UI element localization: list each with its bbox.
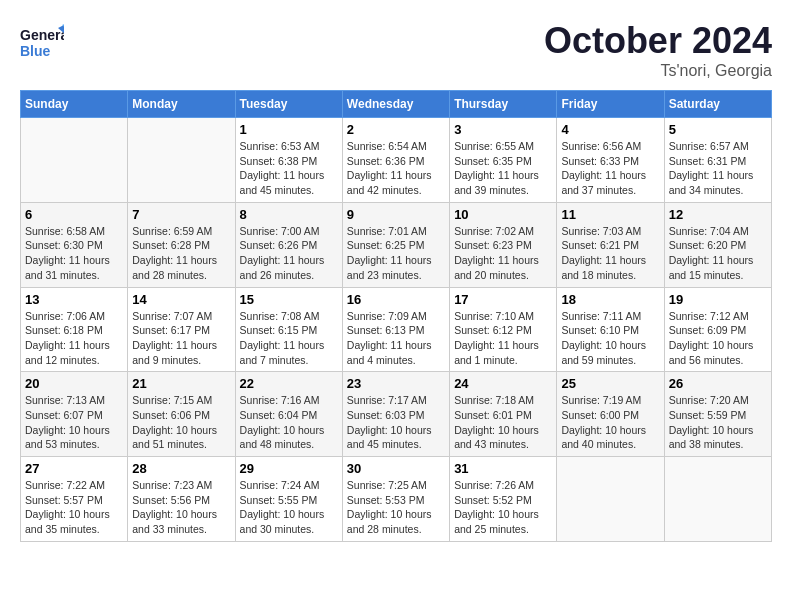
calendar-cell: 17Sunrise: 7:10 AMSunset: 6:12 PMDayligh… <box>450 287 557 372</box>
day-info: Sunrise: 7:10 AMSunset: 6:12 PMDaylight:… <box>454 309 552 368</box>
day-info: Sunrise: 7:11 AMSunset: 6:10 PMDaylight:… <box>561 309 659 368</box>
day-number: 27 <box>25 461 123 476</box>
day-number: 10 <box>454 207 552 222</box>
month-title: October 2024 Ts'nori, Georgia <box>544 20 772 80</box>
day-number: 7 <box>132 207 230 222</box>
calendar-table: SundayMondayTuesdayWednesdayThursdayFrid… <box>20 90 772 542</box>
day-number: 8 <box>240 207 338 222</box>
day-info: Sunrise: 7:12 AMSunset: 6:09 PMDaylight:… <box>669 309 767 368</box>
day-header-friday: Friday <box>557 91 664 118</box>
calendar-cell: 22Sunrise: 7:16 AMSunset: 6:04 PMDayligh… <box>235 372 342 457</box>
day-number: 4 <box>561 122 659 137</box>
days-header-row: SundayMondayTuesdayWednesdayThursdayFrid… <box>21 91 772 118</box>
calendar-cell: 7Sunrise: 6:59 AMSunset: 6:28 PMDaylight… <box>128 202 235 287</box>
calendar-cell: 18Sunrise: 7:11 AMSunset: 6:10 PMDayligh… <box>557 287 664 372</box>
calendar-cell: 14Sunrise: 7:07 AMSunset: 6:17 PMDayligh… <box>128 287 235 372</box>
calendar-cell: 2Sunrise: 6:54 AMSunset: 6:36 PMDaylight… <box>342 118 449 203</box>
location: Ts'nori, Georgia <box>544 62 772 80</box>
day-info: Sunrise: 7:18 AMSunset: 6:01 PMDaylight:… <box>454 393 552 452</box>
calendar-cell: 11Sunrise: 7:03 AMSunset: 6:21 PMDayligh… <box>557 202 664 287</box>
calendar-cell <box>557 457 664 542</box>
calendar-cell: 27Sunrise: 7:22 AMSunset: 5:57 PMDayligh… <box>21 457 128 542</box>
week-row-1: 1Sunrise: 6:53 AMSunset: 6:38 PMDaylight… <box>21 118 772 203</box>
calendar-cell: 21Sunrise: 7:15 AMSunset: 6:06 PMDayligh… <box>128 372 235 457</box>
day-info: Sunrise: 7:09 AMSunset: 6:13 PMDaylight:… <box>347 309 445 368</box>
calendar-cell: 29Sunrise: 7:24 AMSunset: 5:55 PMDayligh… <box>235 457 342 542</box>
calendar-cell: 26Sunrise: 7:20 AMSunset: 5:59 PMDayligh… <box>664 372 771 457</box>
svg-text:General: General <box>20 27 64 43</box>
day-number: 11 <box>561 207 659 222</box>
day-header-saturday: Saturday <box>664 91 771 118</box>
day-number: 3 <box>454 122 552 137</box>
day-number: 28 <box>132 461 230 476</box>
calendar-cell: 30Sunrise: 7:25 AMSunset: 5:53 PMDayligh… <box>342 457 449 542</box>
day-number: 15 <box>240 292 338 307</box>
day-number: 14 <box>132 292 230 307</box>
calendar-cell: 24Sunrise: 7:18 AMSunset: 6:01 PMDayligh… <box>450 372 557 457</box>
day-number: 18 <box>561 292 659 307</box>
day-info: Sunrise: 7:08 AMSunset: 6:15 PMDaylight:… <box>240 309 338 368</box>
calendar-cell: 5Sunrise: 6:57 AMSunset: 6:31 PMDaylight… <box>664 118 771 203</box>
calendar-cell: 15Sunrise: 7:08 AMSunset: 6:15 PMDayligh… <box>235 287 342 372</box>
calendar-cell: 9Sunrise: 7:01 AMSunset: 6:25 PMDaylight… <box>342 202 449 287</box>
calendar-cell: 4Sunrise: 6:56 AMSunset: 6:33 PMDaylight… <box>557 118 664 203</box>
day-number: 6 <box>25 207 123 222</box>
day-info: Sunrise: 7:01 AMSunset: 6:25 PMDaylight:… <box>347 224 445 283</box>
day-number: 21 <box>132 376 230 391</box>
day-number: 12 <box>669 207 767 222</box>
day-info: Sunrise: 7:00 AMSunset: 6:26 PMDaylight:… <box>240 224 338 283</box>
day-number: 13 <box>25 292 123 307</box>
day-number: 24 <box>454 376 552 391</box>
calendar-cell: 3Sunrise: 6:55 AMSunset: 6:35 PMDaylight… <box>450 118 557 203</box>
day-info: Sunrise: 7:25 AMSunset: 5:53 PMDaylight:… <box>347 478 445 537</box>
day-info: Sunrise: 7:06 AMSunset: 6:18 PMDaylight:… <box>25 309 123 368</box>
day-info: Sunrise: 6:59 AMSunset: 6:28 PMDaylight:… <box>132 224 230 283</box>
day-info: Sunrise: 7:23 AMSunset: 5:56 PMDaylight:… <box>132 478 230 537</box>
day-number: 1 <box>240 122 338 137</box>
day-info: Sunrise: 7:03 AMSunset: 6:21 PMDaylight:… <box>561 224 659 283</box>
month-year: October 2024 <box>544 20 772 62</box>
day-header-thursday: Thursday <box>450 91 557 118</box>
calendar-cell: 25Sunrise: 7:19 AMSunset: 6:00 PMDayligh… <box>557 372 664 457</box>
day-info: Sunrise: 7:13 AMSunset: 6:07 PMDaylight:… <box>25 393 123 452</box>
week-row-5: 27Sunrise: 7:22 AMSunset: 5:57 PMDayligh… <box>21 457 772 542</box>
calendar-cell: 10Sunrise: 7:02 AMSunset: 6:23 PMDayligh… <box>450 202 557 287</box>
day-info: Sunrise: 7:16 AMSunset: 6:04 PMDaylight:… <box>240 393 338 452</box>
day-info: Sunrise: 6:55 AMSunset: 6:35 PMDaylight:… <box>454 139 552 198</box>
day-info: Sunrise: 7:26 AMSunset: 5:52 PMDaylight:… <box>454 478 552 537</box>
day-number: 30 <box>347 461 445 476</box>
day-number: 20 <box>25 376 123 391</box>
calendar-cell: 23Sunrise: 7:17 AMSunset: 6:03 PMDayligh… <box>342 372 449 457</box>
day-info: Sunrise: 7:24 AMSunset: 5:55 PMDaylight:… <box>240 478 338 537</box>
day-info: Sunrise: 7:19 AMSunset: 6:00 PMDaylight:… <box>561 393 659 452</box>
logo: General Blue <box>20 20 64 64</box>
page-header: General Blue October 2024 Ts'nori, Georg… <box>20 20 772 80</box>
day-number: 17 <box>454 292 552 307</box>
calendar-cell: 20Sunrise: 7:13 AMSunset: 6:07 PMDayligh… <box>21 372 128 457</box>
calendar-cell: 13Sunrise: 7:06 AMSunset: 6:18 PMDayligh… <box>21 287 128 372</box>
day-number: 25 <box>561 376 659 391</box>
day-number: 29 <box>240 461 338 476</box>
svg-text:Blue: Blue <box>20 43 51 59</box>
day-number: 9 <box>347 207 445 222</box>
day-number: 26 <box>669 376 767 391</box>
calendar-cell <box>128 118 235 203</box>
day-info: Sunrise: 7:22 AMSunset: 5:57 PMDaylight:… <box>25 478 123 537</box>
calendar-cell <box>664 457 771 542</box>
calendar-cell <box>21 118 128 203</box>
calendar-cell: 19Sunrise: 7:12 AMSunset: 6:09 PMDayligh… <box>664 287 771 372</box>
day-info: Sunrise: 7:17 AMSunset: 6:03 PMDaylight:… <box>347 393 445 452</box>
day-header-wednesday: Wednesday <box>342 91 449 118</box>
day-info: Sunrise: 6:56 AMSunset: 6:33 PMDaylight:… <box>561 139 659 198</box>
day-number: 23 <box>347 376 445 391</box>
calendar-cell: 6Sunrise: 6:58 AMSunset: 6:30 PMDaylight… <box>21 202 128 287</box>
week-row-3: 13Sunrise: 7:06 AMSunset: 6:18 PMDayligh… <box>21 287 772 372</box>
week-row-4: 20Sunrise: 7:13 AMSunset: 6:07 PMDayligh… <box>21 372 772 457</box>
day-number: 22 <box>240 376 338 391</box>
day-info: Sunrise: 6:54 AMSunset: 6:36 PMDaylight:… <box>347 139 445 198</box>
calendar-cell: 31Sunrise: 7:26 AMSunset: 5:52 PMDayligh… <box>450 457 557 542</box>
day-info: Sunrise: 7:20 AMSunset: 5:59 PMDaylight:… <box>669 393 767 452</box>
week-row-2: 6Sunrise: 6:58 AMSunset: 6:30 PMDaylight… <box>21 202 772 287</box>
day-info: Sunrise: 7:02 AMSunset: 6:23 PMDaylight:… <box>454 224 552 283</box>
calendar-cell: 16Sunrise: 7:09 AMSunset: 6:13 PMDayligh… <box>342 287 449 372</box>
